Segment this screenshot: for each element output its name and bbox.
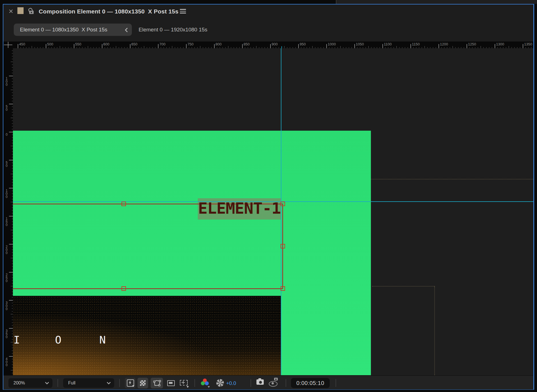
- ruler-label: 100: [5, 189, 8, 199]
- chevron-down-icon: [208, 386, 210, 388]
- ruler-label: 600: [103, 42, 109, 46]
- resolution-dropdown[interactable]: Full: [63, 378, 114, 388]
- ruler-major-tick: [9, 160, 13, 160]
- ruler-major-tick: [523, 44, 523, 48]
- top-outer-strip: [336, 0, 537, 4]
- ruler-major-tick: [382, 44, 383, 48]
- take-snapshot-button[interactable]: [256, 378, 267, 388]
- blue-channel-icon: [205, 381, 209, 385]
- comp-color-swatch[interactable]: [17, 7, 24, 14]
- black-grain-layer: [13, 296, 281, 375]
- ruler-label: 0: [5, 133, 8, 136]
- timecode-value: 0:00:05:10: [291, 378, 330, 388]
- region-of-interest-button[interactable]: [151, 378, 163, 388]
- exposure-value[interactable]: +0.0: [226, 378, 236, 389]
- ruler-major-tick: [9, 328, 13, 329]
- ruler-label: 500: [47, 42, 53, 46]
- ruler-major-tick: [326, 44, 327, 48]
- show-channel-button[interactable]: [200, 378, 210, 388]
- adjust-exposure-button[interactable]: [215, 378, 226, 388]
- ruler-major-tick: [495, 44, 495, 48]
- checkerboard-icon: [140, 380, 146, 386]
- toolbar-separator: [286, 379, 286, 387]
- unlock-icon[interactable]: [28, 7, 35, 15]
- close-panel-icon[interactable]: [9, 9, 13, 13]
- pasteboard-dashed-line: [371, 179, 533, 179]
- handle-bottom-mid[interactable]: [121, 286, 126, 291]
- tab-active-composition[interactable]: Element 0 — 1080x1350 X Post 15s: [14, 24, 132, 36]
- panel-border-right: [533, 4, 534, 390]
- back-chevron-icon[interactable]: [125, 27, 128, 33]
- ruler-label: 900: [272, 42, 278, 46]
- ruler-label: 250: [5, 273, 8, 283]
- handle-right-mid[interactable]: [281, 244, 285, 248]
- magnification-value: 200%: [13, 378, 25, 388]
- ruler-label: 550: [75, 42, 81, 46]
- ruler-major-tick: [9, 356, 13, 357]
- vertical-ruler[interactable]: 10050050100150200250300350400: [3, 48, 13, 375]
- composition-viewport[interactable]: I O N ELEMENT-1: [13, 48, 533, 375]
- toolbar-separator: [58, 379, 58, 387]
- ruler-label: 1200: [440, 42, 448, 46]
- ruler-origin-crosshair-icon[interactable]: [3, 41, 13, 48]
- ruler-major-tick: [9, 216, 13, 216]
- panel-menu-icon[interactable]: [180, 9, 186, 13]
- pasteboard-dashed-rect-right: [434, 287, 435, 375]
- ruler-major-tick: [46, 44, 46, 48]
- green-channel-icon: [201, 381, 205, 385]
- chevron-down-icon: [45, 382, 49, 384]
- fast-preview-button[interactable]: [125, 378, 136, 388]
- ruler-label: 1050: [356, 42, 364, 46]
- ruler-label: 950: [300, 42, 306, 46]
- ruler-major-tick: [130, 44, 130, 48]
- guide-tick-horizontal-ruler: [281, 46, 282, 48]
- shape-outline-icon: [153, 380, 161, 386]
- grid-guides-options-button[interactable]: [178, 378, 190, 388]
- background-letter-i: I: [13, 334, 20, 346]
- background-letter-o: O: [55, 334, 61, 346]
- ruler-major-tick: [9, 188, 13, 188]
- ruler-major-tick: [298, 44, 299, 48]
- toolbar-separator: [119, 379, 120, 387]
- ruler-major-tick: [18, 44, 18, 48]
- ruler-major-tick: [158, 44, 159, 48]
- ruler-major-tick: [9, 300, 13, 301]
- panel-title: Composition Element 0 — 1080x1350 X Post…: [39, 8, 178, 15]
- ruler-label: 50: [5, 105, 8, 111]
- ruler-label: 350: [5, 329, 8, 339]
- ruler-major-tick: [270, 44, 271, 48]
- tab-inactive-composition[interactable]: Element 0 — 1920x1080 15s: [139, 24, 207, 36]
- chevron-down-icon: [187, 386, 189, 388]
- chevron-down-icon: [107, 382, 111, 384]
- timecode-display[interactable]: 0:00:05:10: [291, 378, 330, 388]
- ruler-label: 1250: [468, 42, 476, 46]
- ruler-label: 50: [5, 161, 8, 167]
- show-snapshot-button[interactable]: [269, 378, 280, 388]
- handle-top-mid[interactable]: [121, 202, 126, 206]
- resolution-value: Full: [68, 378, 75, 388]
- handle-bottom-right[interactable]: [281, 286, 285, 291]
- magnification-dropdown[interactable]: 200%: [8, 378, 52, 388]
- toolbar-separator: [251, 379, 251, 387]
- ruler-label: 800: [215, 42, 222, 46]
- ruler-major-tick: [439, 44, 439, 48]
- layer-bbox-bottom: [13, 288, 283, 289]
- ruler-label: 750: [187, 42, 194, 46]
- ruler-label: 150: [5, 217, 8, 227]
- ruler-label: 100: [5, 77, 8, 86]
- ruler-label: 300: [5, 301, 8, 311]
- layer-text[interactable]: ELEMENT-1: [198, 199, 285, 217]
- transparency-grid-button[interactable]: [137, 378, 148, 388]
- ruler-label: 400: [5, 358, 8, 367]
- ruler-label: 1100: [384, 42, 392, 46]
- background-letter-n: N: [99, 334, 106, 346]
- top-strip-divider: [336, 0, 336, 4]
- ruler-label: 1300: [496, 42, 504, 46]
- horizontal-ruler[interactable]: 4505005506006507007508008509009501000105…: [13, 41, 533, 48]
- mask-visibility-button[interactable]: [166, 378, 176, 388]
- ruler-major-tick: [9, 104, 13, 104]
- ruler-label: 700: [159, 42, 166, 46]
- ruler-major-tick: [9, 244, 13, 245]
- ruler-major-tick: [214, 44, 215, 48]
- toolbar-separator: [336, 379, 336, 387]
